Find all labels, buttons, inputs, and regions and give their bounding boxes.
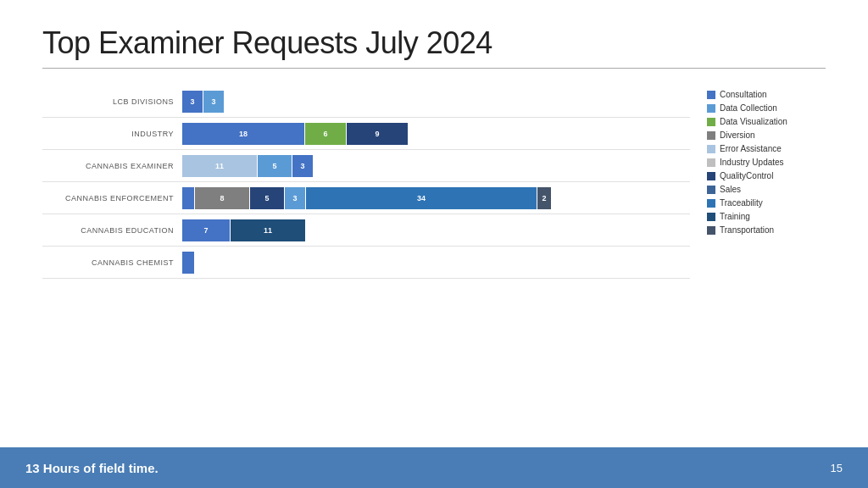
legend-item: Transportation — [707, 225, 826, 235]
legend-color-box — [707, 104, 715, 113]
bar-segment: 7 — [182, 219, 230, 241]
row-label: CANNABIS ENFORCEMENT — [42, 194, 182, 202]
legend-label-text: Error Assistance — [720, 144, 782, 153]
legend-item: Traceability — [707, 198, 826, 208]
legend-label-text: Diversion — [720, 130, 755, 140]
legend-item: Training — [707, 212, 826, 221]
legend-item: Error Assistance — [707, 144, 826, 153]
legend-color-box — [707, 172, 715, 180]
bar-segment: 5 — [250, 187, 284, 209]
bar-segment: 6 — [305, 123, 346, 145]
bar-segment — [182, 187, 194, 209]
legend-label-text: Industry Updates — [720, 158, 784, 167]
chart-row: LCB DIVISIONS33 — [42, 86, 690, 118]
bar-segment: 11 — [182, 155, 257, 177]
legend-color-box — [707, 226, 715, 235]
bar-segment: 5 — [258, 155, 292, 177]
legend-item: Industry Updates — [707, 158, 826, 167]
bars-container: 1153 — [182, 155, 313, 177]
legend-color-box — [707, 131, 715, 140]
legend-item: Consultation — [707, 90, 826, 99]
chart-row: CANNABIS EDUCATION711 — [42, 214, 690, 247]
legend-label-text: Data Collection — [720, 103, 777, 113]
legend-item: QualityControl — [707, 171, 826, 180]
chart-area: LCB DIVISIONS33INDUSTRY1869CANNABIS EXAM… — [42, 86, 826, 279]
legend-item: Data Visualization — [707, 117, 826, 126]
legend-label-text: Traceability — [720, 198, 763, 208]
legend-color-box — [707, 199, 715, 208]
slide-title: Top Examiner Requests July 2024 — [42, 25, 826, 61]
legend-color-box — [707, 145, 715, 153]
bar-segment — [182, 252, 194, 274]
bar-segment: 8 — [195, 187, 249, 209]
chart-row: INDUSTRY1869 — [42, 118, 690, 150]
bars-container: 853342 — [182, 187, 551, 209]
row-label: LCB DIVISIONS — [42, 97, 182, 106]
legend-label-text: Training — [720, 212, 750, 221]
chart-row: CANNABIS ENFORCEMENT853342 — [42, 182, 690, 214]
bar-segment: 34 — [306, 187, 537, 209]
bar-segment: 3 — [203, 91, 224, 113]
legend-label-text: Sales — [720, 185, 741, 194]
main-content: Top Examiner Requests July 2024 LCB DIVI… — [0, 0, 868, 447]
chart-row: CANNABIS EXAMINER1153 — [42, 150, 690, 182]
bar-segment: 9 — [347, 123, 408, 145]
bar-segment: 3 — [292, 155, 313, 177]
row-label: CANNABIS CHEMIST — [42, 258, 182, 267]
legend-label-text: Transportation — [720, 225, 774, 235]
chart-legend: ConsultationData CollectionData Visualiz… — [707, 86, 826, 279]
legend-item: Data Collection — [707, 103, 826, 113]
slide-container: Top Examiner Requests July 2024 LCB DIVI… — [0, 0, 868, 488]
footer-note: 13 Hours of field time. — [25, 461, 159, 475]
bar-chart: LCB DIVISIONS33INDUSTRY1869CANNABIS EXAM… — [42, 86, 690, 279]
bar-segment: 3 — [182, 91, 203, 113]
legend-label-text: QualityControl — [720, 171, 773, 180]
title-divider — [42, 68, 826, 69]
bars-container: 33 — [182, 91, 224, 113]
chart-row: CANNABIS CHEMIST — [42, 247, 690, 279]
legend-color-box — [707, 158, 715, 167]
legend-item: Sales — [707, 185, 826, 194]
legend-color-box — [707, 186, 715, 194]
bars-container — [182, 252, 194, 274]
legend-color-box — [707, 213, 715, 221]
bars-container: 711 — [182, 219, 305, 241]
legend-label-text: Consultation — [720, 90, 767, 99]
bar-segment: 18 — [182, 123, 304, 145]
row-label: CANNABIS EDUCATION — [42, 226, 182, 235]
row-label: INDUSTRY — [42, 130, 182, 138]
bar-segment: 2 — [537, 187, 551, 209]
legend-color-box — [707, 91, 715, 99]
bars-container: 1869 — [182, 123, 408, 145]
legend-label-text: Data Visualization — [720, 117, 787, 126]
footer: 13 Hours of field time. 15 — [0, 447, 868, 488]
bar-segment: 11 — [231, 219, 305, 241]
row-label: CANNABIS EXAMINER — [42, 162, 182, 170]
footer-page: 15 — [831, 462, 843, 474]
legend-color-box — [707, 118, 715, 126]
legend-item: Diversion — [707, 130, 826, 140]
bar-segment: 3 — [285, 187, 305, 209]
